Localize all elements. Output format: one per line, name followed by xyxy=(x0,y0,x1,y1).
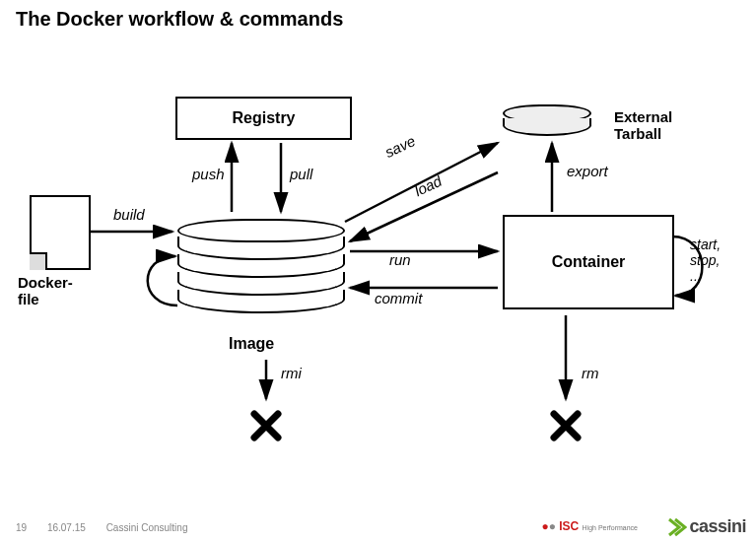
edge-rmi: rmi xyxy=(281,365,302,381)
footer: 19 16.07.15 Cassini Consulting xyxy=(16,522,205,533)
page-title: The Docker workflow & commands xyxy=(16,8,343,31)
edge-push: push xyxy=(192,166,225,182)
isc-logo: ●● ISC High Performance xyxy=(541,519,638,533)
tarball-label: External Tarball xyxy=(614,108,672,142)
dockerfile-node xyxy=(30,195,91,270)
isc-logo-sub: High Performance xyxy=(583,524,638,531)
edge-load: load xyxy=(412,172,445,199)
edge-lifecycle: start, stop, ... xyxy=(690,237,721,284)
footer-date: 16.07.15 xyxy=(47,522,86,533)
isc-logo-text: ISC xyxy=(559,519,579,533)
image-node xyxy=(177,219,345,313)
page-number: 19 xyxy=(16,522,27,533)
cassini-logo: cassini xyxy=(667,516,746,537)
delete-icon xyxy=(554,412,582,440)
footer-org: Cassini Consulting xyxy=(106,522,188,533)
edge-rm: rm xyxy=(582,365,599,381)
edge-run: run xyxy=(389,251,411,268)
container-label: Container xyxy=(552,253,626,271)
edge-pull: pull xyxy=(290,166,312,182)
container-node: Container xyxy=(503,215,674,309)
delete-icon xyxy=(254,412,282,440)
registry-label: Registry xyxy=(232,109,295,127)
edge-export: export xyxy=(567,163,608,179)
edge-save: save xyxy=(382,132,418,161)
dockerfile-label: Docker- file xyxy=(18,274,73,307)
cassini-logo-text: cassini xyxy=(689,516,746,536)
registry-node: Registry xyxy=(175,97,352,140)
edge-commit: commit xyxy=(375,290,422,306)
edge-build: build xyxy=(113,206,145,223)
chevron-icon xyxy=(667,517,687,537)
tarball-node xyxy=(503,104,591,136)
image-label: Image xyxy=(229,335,274,353)
